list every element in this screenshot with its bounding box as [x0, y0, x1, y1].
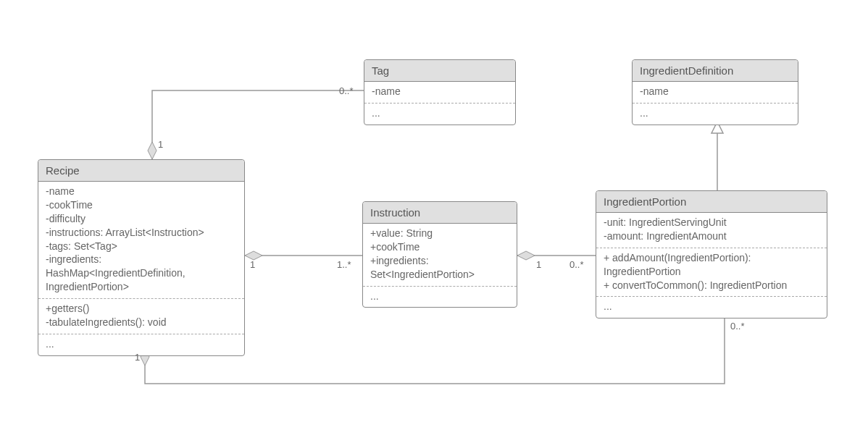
class-ingredientportion-more: ... — [596, 297, 827, 318]
class-tag-title: Tag — [364, 60, 515, 82]
class-ingredientportion: IngredientPortion -unit: IngredientServi… — [596, 190, 827, 318]
class-tag: Tag -name ... — [364, 59, 516, 125]
mult-recipe-portion-portion: 0..* — [730, 321, 745, 332]
method: +getters() — [46, 302, 237, 316]
method: + addAmount(IngredientPortion): — [604, 251, 819, 265]
class-tag-attrs: -name — [364, 82, 515, 103]
svg-marker-2 — [517, 251, 535, 260]
attr: -name — [640, 85, 790, 98]
mult-recipe-portion-recipe: 1 — [135, 352, 140, 363]
attr: Set<IngredientPortion> — [370, 268, 509, 282]
attr: -unit: IngredientServingUnit — [604, 216, 819, 229]
class-ingredientdefinition-attrs: -name — [633, 82, 798, 103]
attr: HashMap<IngredientDefinition, — [46, 266, 237, 280]
mult-recipe-instruction-recipe: 1 — [250, 259, 255, 270]
class-recipe-attrs: -name -cookTime -difficulty -instruction… — [38, 182, 244, 298]
attr: -amount: IngredientAmount — [604, 229, 819, 243]
class-ingredientportion-attrs: -unit: IngredientServingUnit -amount: In… — [596, 213, 827, 248]
method: IngredientPortion — [604, 265, 819, 279]
attr: -difficulty — [46, 212, 237, 226]
svg-marker-0 — [148, 142, 157, 159]
attr: -cookTime — [46, 198, 237, 212]
method: + convertToCommon(): IngredientPortion — [604, 279, 819, 292]
attr: -instructions: ArrayList<Instruction> — [46, 226, 237, 240]
attr: +ingredients: — [370, 254, 509, 268]
class-instruction: Instruction +value: String +cookTime +in… — [362, 201, 517, 308]
attr: +cookTime — [370, 240, 509, 254]
class-instruction-attrs: +value: String +cookTime +ingredients: S… — [363, 224, 517, 286]
attr: -tags: Set<Tag> — [46, 240, 237, 253]
attr: -ingredients: — [46, 253, 237, 266]
attr: IngredientPortion> — [46, 280, 237, 294]
mult-instruction-portion-instruction: 1 — [536, 259, 541, 270]
attr: -name — [46, 185, 237, 198]
class-ingredientdefinition-more: ... — [633, 104, 798, 125]
class-recipe: Recipe -name -cookTime -difficulty -inst… — [38, 159, 245, 356]
attr: +value: String — [370, 227, 509, 240]
class-instruction-title: Instruction — [363, 202, 517, 224]
mult-recipe-instruction-instruction: 1..* — [337, 259, 351, 270]
mult-recipe-tag-tag: 0..* — [339, 85, 354, 96]
class-ingredientportion-methods: + addAmount(IngredientPortion): Ingredie… — [596, 248, 827, 297]
mult-recipe-tag-recipe: 1 — [158, 139, 163, 150]
class-recipe-title: Recipe — [38, 160, 244, 182]
class-recipe-methods: +getters() -tabulateIngredients(): void — [38, 299, 244, 334]
mult-instruction-portion-portion: 0..* — [569, 259, 584, 270]
class-ingredientportion-title: IngredientPortion — [596, 191, 827, 213]
attr: -name — [372, 85, 508, 98]
method: -tabulateIngredients(): void — [46, 316, 237, 329]
class-ingredientdefinition: IngredientDefinition -name ... — [632, 59, 798, 125]
class-instruction-more: ... — [363, 287, 517, 308]
class-tag-more: ... — [364, 104, 515, 125]
class-recipe-more: ... — [38, 334, 244, 355]
class-ingredientdefinition-title: IngredientDefinition — [633, 60, 798, 82]
